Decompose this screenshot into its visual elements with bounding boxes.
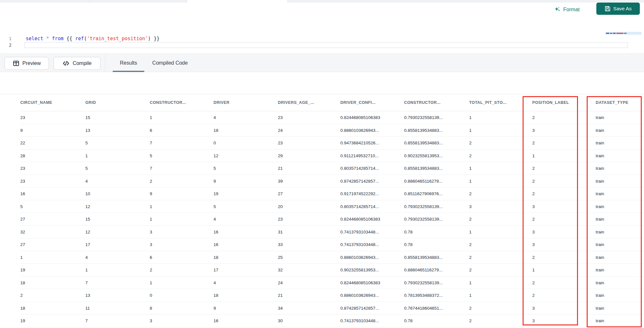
table-cell: 3 [532, 238, 596, 251]
column-header: DRIVERS_AGE_... [278, 94, 340, 111]
table-cell: 5 [213, 200, 278, 213]
table-cell: 2 [469, 251, 532, 264]
editor-topbar: Format Save As [0, 3, 644, 16]
table-cell: 0.9112149532710... [340, 150, 404, 162]
tab-compiled-code-label: Compiled Code [152, 60, 188, 66]
table-cell: 0.7413793103448... [340, 238, 404, 251]
table-cell: 23 [278, 137, 340, 149]
table-cell: 3 [150, 238, 213, 251]
table-cell: 6 [150, 251, 213, 264]
table-cell: train [596, 302, 642, 314]
table-cell: 0.7930232558139... [404, 277, 469, 289]
table-cell: 1 [150, 213, 213, 225]
table-cell: 0.824468085106383 [340, 213, 404, 225]
editor-minimap[interactable] [605, 32, 641, 35]
table-cell: 1 [469, 111, 532, 124]
preview-button[interactable]: Preview [5, 57, 49, 70]
minimap-mark [624, 33, 627, 34]
table-cell: 34 [278, 302, 340, 314]
table-cell: 27 [278, 187, 340, 200]
table-row: 22570230.9473684210526...0.8558139534883… [20, 137, 644, 150]
table-cell: train [596, 314, 642, 327]
table-cell: 18 [20, 302, 85, 314]
table-cell: 0.8035714285714... [340, 200, 404, 213]
table-cell: 7 [85, 314, 150, 327]
table-cell: 7 [150, 137, 213, 149]
table-cell: 0 [213, 137, 278, 149]
table-cell: 23 [278, 111, 340, 124]
save-as-button[interactable]: Save As [596, 3, 640, 15]
table-cell: 7 [85, 277, 150, 289]
tab-compiled-code[interactable]: Compiled Code [147, 54, 193, 72]
table-cell: 2 [150, 175, 213, 187]
sql-code-editor[interactable]: 1 2 select * from {{ ref('train_test_pos… [0, 16, 644, 53]
table-cell: 16 [20, 187, 85, 200]
table-row: 2717316330.7413793103448...0.7823train [20, 238, 644, 251]
table-cell: 25 [278, 251, 340, 264]
code-token: from [52, 36, 63, 41]
table-cell: train [596, 200, 642, 213]
table-cell: 7 [150, 162, 213, 175]
table-cell: 20 [278, 200, 340, 213]
tab-results[interactable]: Results [113, 54, 144, 72]
table-cell: 0.8860103626943... [340, 289, 404, 302]
table-cell: 2 [532, 277, 596, 289]
minimap-mark [616, 33, 623, 34]
table-row: 231514230.8244680851063830.7930232558139… [20, 111, 644, 124]
table-cell: 0.7930232558139... [404, 111, 469, 124]
table-cell: 32 [278, 264, 340, 276]
table-cell: 0.7930232558139... [404, 213, 469, 225]
table-cell: 11 [85, 302, 150, 314]
table-cell: 12 [85, 200, 150, 213]
table-cell: 3 [532, 124, 596, 137]
table-cell: 21 [278, 162, 340, 175]
active-tab-underline [113, 71, 144, 72]
table-cell: 24 [278, 124, 340, 137]
file-tab[interactable] [0, 0, 90, 3]
file-tab[interactable] [90, 0, 187, 3]
table-cell: 2 [532, 251, 596, 264]
table-cell: train [596, 289, 642, 302]
table-cell: 2 [469, 264, 532, 276]
table-cell: 27 [20, 238, 85, 251]
table-row: 18714240.8244680851063830.7930232558139.… [20, 277, 644, 289]
code-line-1: select * from {{ ref('train_test_positio… [26, 36, 159, 41]
table-cell: 1 [469, 162, 532, 175]
line-number-2: 2 [5, 42, 12, 48]
table-cell: train [596, 124, 642, 137]
table-cell: 2 [532, 137, 596, 149]
table-row: 281512290.9112149532710...0.902325581395… [20, 150, 644, 162]
file-tab-divider [288, 0, 288, 3]
table-cell: 0.8860103626943... [340, 124, 404, 137]
table-row: 14618250.8860103626943...0.8558139534883… [20, 251, 644, 264]
table-cell: 16 [213, 238, 278, 251]
table-cell: 5 [213, 162, 278, 175]
column-header: CONSTRUCTOR... [404, 94, 469, 111]
table-cell: 2 [469, 150, 532, 162]
table-cell: 18 [20, 277, 85, 289]
table-cell: train [596, 187, 642, 200]
table-cell: 16 [213, 314, 278, 327]
table-cell: 0.78 [404, 314, 469, 327]
table-cell: 1 [20, 251, 85, 264]
table-cell: 12 [213, 150, 278, 162]
column-header: POSITION_LABEL [532, 94, 596, 111]
table-cell: train [596, 277, 642, 289]
table-cell: 2 [469, 314, 532, 327]
table-cell: 8 [150, 302, 213, 314]
table-cell: 2 [532, 187, 596, 200]
floppy-disk-icon [605, 6, 611, 12]
format-button[interactable]: Format [554, 5, 580, 14]
table-cell: 2 [532, 111, 596, 124]
table-cell: train [596, 213, 642, 225]
sparkles-icon [554, 6, 561, 13]
compile-button[interactable]: Compile [53, 57, 100, 70]
code-token: 'train_test_position' [87, 36, 148, 41]
file-tab-active[interactable] [187, 0, 288, 3]
table-cell: train [596, 137, 642, 149]
table-cell: 23 [278, 213, 340, 225]
table-cell: 9 [213, 302, 278, 314]
toolbar-divider [105, 54, 105, 72]
column-header: CONSTRUCTOR... [150, 94, 213, 111]
compile-label: Compile [73, 60, 92, 66]
